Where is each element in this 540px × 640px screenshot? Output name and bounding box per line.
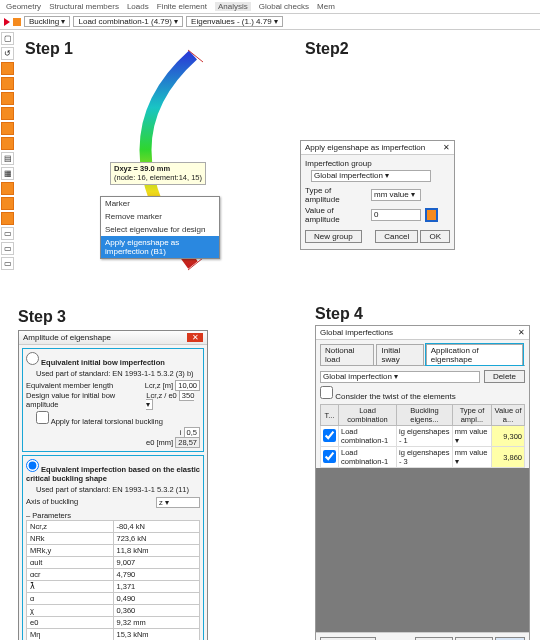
step4-label: Step 4 — [315, 305, 363, 323]
param-value: 9,32 mm — [113, 617, 200, 629]
param-name: Mη — [27, 629, 114, 641]
chk-lateral-torsional[interactable] — [36, 411, 49, 424]
analysis-type-select[interactable]: Buckling ▾ — [24, 16, 70, 27]
step1-canvas: Dxyz = 39.0 mm(node: 16, element:14, 15)… — [18, 30, 278, 300]
e0-value: 28,57 — [175, 437, 200, 448]
radio-elastic-buckling[interactable] — [26, 459, 39, 472]
type-amplitude-select[interactable]: mm value ▾ — [371, 189, 421, 201]
cancel-button[interactable]: Cancel — [375, 230, 418, 243]
tab-initial-sway[interactable]: Initial sway — [376, 344, 423, 365]
dlg-title: Apply eigenshape as imperfection — [305, 143, 425, 152]
close-icon[interactable]: ✕ — [187, 333, 203, 342]
tool-icon[interactable] — [1, 77, 14, 90]
tool-icon[interactable] — [1, 122, 14, 135]
menu-global[interactable]: Global checks — [259, 2, 309, 11]
tool-icon[interactable]: ▭ — [1, 242, 14, 255]
tabs: Notional load Initial sway Application o… — [320, 344, 525, 366]
delete-button[interactable]: Delete — [484, 370, 525, 383]
std-text: Used part of standard: EN 1993-1-1 5.3.2… — [36, 369, 200, 378]
step3-label: Step 3 — [18, 308, 66, 326]
param-value: 1,371 — [113, 581, 200, 593]
new-group-button[interactable]: New group — [305, 230, 362, 243]
menu-analysis[interactable]: Analysis — [215, 2, 251, 11]
parameters-table: Ncr,z-80,4 kNNRk723,6 kNMRk,y11,8 kNmαul… — [26, 520, 200, 640]
close-icon[interactable]: ✕ — [443, 143, 450, 152]
imperfection-group-select[interactable]: Global imperfection ▾ — [311, 170, 431, 182]
param-name: NRk — [27, 533, 114, 545]
eigenvalue-select[interactable]: Eigenvalues - (1.) 4.79 ▾ — [186, 16, 283, 27]
group-select[interactable]: Global imperfection ▾ — [320, 371, 480, 383]
tool-icon[interactable] — [1, 92, 14, 105]
left-toolbar: ▢ ↺ ▤ ▦ ▭ ▭ ▭ — [0, 30, 16, 272]
axis-select[interactable]: z ▾ — [156, 497, 200, 508]
tool-icon[interactable]: ▭ — [1, 227, 14, 240]
tool-icon[interactable]: ▤ — [1, 152, 14, 165]
menu-loads[interactable]: Loads — [127, 2, 149, 11]
tool-icon[interactable]: ▦ — [1, 167, 14, 180]
tab-notional-load[interactable]: Notional load — [320, 344, 374, 365]
ctx-marker[interactable]: Marker — [101, 197, 219, 210]
param-value: 15,3 kNm — [113, 629, 200, 641]
ctx-remove-marker[interactable]: Remove marker — [101, 210, 219, 223]
param-value: 0,490 — [113, 593, 200, 605]
run-icon[interactable] — [4, 18, 10, 26]
param-name: α — [27, 593, 114, 605]
loadcombo-select[interactable]: Load combination-1 (4.79) ▾ — [73, 16, 183, 27]
tool-icon[interactable]: ▢ — [1, 32, 14, 45]
tool-icon[interactable]: ▭ — [1, 257, 14, 270]
param-name: αult — [27, 557, 114, 569]
tab-application-eigenshape[interactable]: Application of eigenshape — [426, 344, 523, 365]
dlg3-title: Amplitude of eigenshape — [23, 333, 111, 342]
param-value: 11,8 kNm — [113, 545, 200, 557]
std-text: Used part of standard: EN 1993-1-1 5.3.2… — [36, 485, 200, 494]
close-icon[interactable]: ✕ — [518, 328, 525, 337]
tool-icon[interactable] — [1, 62, 14, 75]
tool-icon[interactable] — [1, 137, 14, 150]
control-bar: Buckling ▾ Load combination-1 (4.79) ▾ E… — [0, 14, 540, 30]
tool-icon[interactable] — [1, 197, 14, 210]
param-value: 4,790 — [113, 569, 200, 581]
value-amplitude-input[interactable]: 0 — [371, 209, 421, 221]
type-amp-label: Type of amplitude — [305, 186, 367, 204]
tool-icon[interactable]: ↺ — [1, 47, 14, 60]
orange-tool-icon[interactable] — [13, 18, 21, 26]
imperfection-group-label: Imperfection group — [305, 159, 450, 168]
chk-consider-twist[interactable] — [320, 386, 333, 399]
dlg4-title: Global imperfections — [320, 328, 393, 337]
radio-initial-bow[interactable] — [26, 352, 39, 365]
ctx-select-eigen[interactable]: Select eigenvalue for design — [101, 223, 219, 236]
param-name: αcr — [27, 569, 114, 581]
param-value: -80,4 kN — [113, 521, 200, 533]
tool-icon[interactable] — [1, 182, 14, 195]
value-amp-label: Value of amplitude — [305, 206, 367, 224]
tool-icon[interactable] — [1, 107, 14, 120]
menu-mem[interactable]: Mem — [317, 2, 335, 11]
context-menu[interactable]: Marker Remove marker Select eigenvalue f… — [100, 196, 220, 259]
menu-structural[interactable]: Structural members — [49, 2, 119, 11]
step2-label: Step2 — [305, 40, 349, 58]
tool-icon[interactable] — [1, 212, 14, 225]
row-checkbox[interactable] — [323, 450, 336, 463]
dlg-apply-eigenshape: Apply eigenshape as imperfection✕ Imperf… — [300, 140, 455, 250]
section-elastic-buckling: Equivalent imperfection based on the ela… — [22, 455, 204, 640]
param-name: MRk,y — [27, 545, 114, 557]
param-name: λ̄ — [27, 581, 114, 593]
amplitude-wizard-button[interactable] — [425, 208, 438, 222]
param-value: 723,6 kN — [113, 533, 200, 545]
dlg-amplitude-eigenshape: Amplitude of eigenshape✕ Equivalent init… — [18, 330, 208, 640]
row-checkbox[interactable] — [323, 429, 336, 442]
ctx-apply-eigenshape[interactable]: Apply eigenshape as imperfection (B1) — [101, 236, 219, 258]
param-name: Ncr,z — [27, 521, 114, 533]
menu-fe[interactable]: Finite element — [157, 2, 207, 11]
table-row[interactable]: Load combination-1ig eigenshapes - 1mm v… — [321, 426, 525, 447]
eigenshape-application-table[interactable]: T...Load combinationBuckling eigens...Ty… — [320, 404, 525, 468]
empty-grid-area — [316, 468, 529, 632]
parameters-header: Parameters — [32, 511, 71, 520]
menu-geometry[interactable]: Geometry — [6, 2, 41, 11]
top-menu[interactable]: Geometry Structural members Loads Finite… — [0, 0, 540, 14]
ok-button[interactable]: OK — [420, 230, 450, 243]
param-value: 0,360 — [113, 605, 200, 617]
table-row[interactable]: Load combination-1ig eigenshapes - 3mm v… — [321, 447, 525, 468]
param-value: 9,007 — [113, 557, 200, 569]
dlg-global-imperfections: Global imperfections✕ Notional load Init… — [315, 325, 530, 640]
